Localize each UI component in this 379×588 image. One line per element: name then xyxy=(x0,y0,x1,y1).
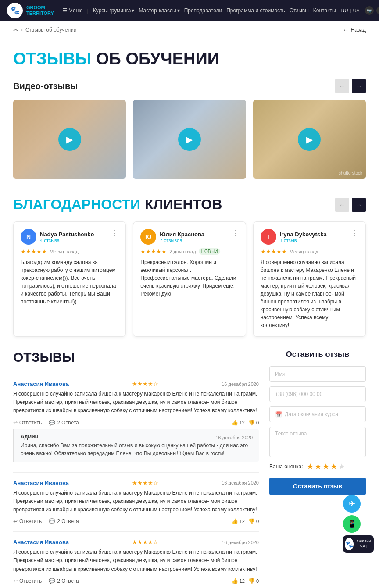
dislike-btn-0[interactable]: 👎 0 xyxy=(248,420,259,426)
review-textarea[interactable]: Текст отзыва xyxy=(269,427,366,457)
instagram-icon[interactable]: 📷 xyxy=(365,6,374,15)
dislike-btn-2[interactable]: 👎 0 xyxy=(248,578,259,584)
rating-row: Ваша оценка: ★ ★ ★ ★ ★ xyxy=(269,462,366,471)
phone-field[interactable]: +38 (096) 000 00 00 xyxy=(269,386,366,402)
thanks-next-button[interactable]: → xyxy=(352,198,366,212)
facebook-icon[interactable]: f xyxy=(376,6,379,15)
answers-btn-1[interactable]: 💬 2 Ответа xyxy=(49,518,79,524)
lang-ua[interactable]: UA xyxy=(353,8,359,13)
review-text-1: Прекрасный салон. Хороший и вежливый пер… xyxy=(140,258,238,298)
social-icons: 📷 f ✈ xyxy=(365,6,379,15)
thanks-nav-arrows: ← → xyxy=(335,198,366,212)
logo[interactable]: 🐾 GROOM TERRITORY xyxy=(7,3,54,18)
more-icon-2[interactable]: ⋮ xyxy=(351,229,358,237)
more-icon-0[interactable]: ⋮ xyxy=(111,229,118,237)
reviews-cards: N Nadya Pastushenko 4 отзыва ⋮ ★★★★★ Мес… xyxy=(13,221,366,337)
video-section-title: Видео-отзывы xyxy=(13,81,78,91)
breadcrumb: ✂ › Отзывы об обучении xyxy=(13,26,76,33)
rating-stars[interactable]: ★ ★ ★ ★ ★ xyxy=(307,462,345,471)
breadcrumb-current: Отзывы об обучении xyxy=(25,27,76,33)
nav-contacts[interactable]: Контакты xyxy=(313,7,336,14)
answers-btn-0[interactable]: 💬 2 Ответа xyxy=(49,420,79,426)
leave-review-form: Оставить отзыв Имя +38 (096) 000 00 00 📅… xyxy=(269,350,366,495)
page-title-section: ОТЗЫВЫ ОБ ОБУЧЕНИИ xyxy=(0,39,379,75)
calendar-icon: 📅 xyxy=(275,411,282,418)
reviewer-link-2[interactable]: Анастасия Иванова xyxy=(13,539,69,545)
breadcrumb-bar: ✂ › Отзывы об обучении ← Назад xyxy=(0,21,379,39)
star-1[interactable]: ★ xyxy=(307,462,314,471)
review-actions-0: ↩ Ответить 💬 2 Ответа 👍 12 👎 0 xyxy=(13,420,259,426)
item-date-1: 16 декабря 2020 xyxy=(222,480,259,485)
avatar-1: Ю xyxy=(140,229,156,245)
reply-btn-0[interactable]: ↩ Ответить xyxy=(13,420,42,426)
comment-icon-2: 💬 xyxy=(49,578,55,584)
reviews-main-title: ОТЗЫВЫ xyxy=(13,350,259,365)
date-field[interactable]: 📅 Дата окончания курса xyxy=(269,406,366,422)
name-field[interactable]: Имя xyxy=(269,366,366,382)
reviews-main-section: ОТЗЫВЫ Анастасия Иванова ★★★★☆ 16 декабр… xyxy=(0,350,379,588)
leave-review-title: Оставить отзыв xyxy=(269,350,366,359)
admin-name: Админ xyxy=(21,434,38,440)
reviewer-count-2: 1 отзыв xyxy=(280,238,327,243)
page-title: ОТЗЫВЫ ОБ ОБУЧЕНИИ xyxy=(13,50,366,68)
reply-btn-2[interactable]: ↩ Ответить xyxy=(13,578,42,584)
dislike-btn-1[interactable]: 👎 0 xyxy=(248,518,259,524)
more-icon-1[interactable]: ⋮ xyxy=(232,229,239,237)
star-4[interactable]: ★ xyxy=(330,462,337,471)
lang-ru[interactable]: RU xyxy=(341,8,348,13)
star-2[interactable]: ★ xyxy=(315,462,322,471)
back-button[interactable]: ← Назад xyxy=(343,26,366,33)
video-grid: ▶ ▶ ▶ shutterstock xyxy=(13,100,366,179)
video-prev-button[interactable]: ← xyxy=(335,79,349,93)
nav-grooming-courses[interactable]: Курсы груминга ▾ xyxy=(93,7,135,14)
reviewer-count-0: 4 отзыва xyxy=(40,238,94,243)
nav-program-price[interactable]: Программа и стоимость xyxy=(226,7,285,14)
reviewer-name-1: Юлия Краснова xyxy=(160,231,204,238)
like-btn-0[interactable]: 👍 12 xyxy=(232,420,245,426)
reviewer-link-1[interactable]: Анастасия Иванова xyxy=(13,480,69,486)
floating-buttons: ✈ 📱 🐾 Онлайн ЧАТ xyxy=(343,495,374,553)
like-btn-1[interactable]: 👍 12 xyxy=(232,518,245,524)
admin-reply-0: Админ 16 декабря 2020 Ирина, спасибо Вам… xyxy=(13,429,259,462)
reply-btn-1[interactable]: ↩ Ответить xyxy=(13,518,42,524)
star-3[interactable]: ★ xyxy=(322,462,329,471)
review-stars-1: ★★★★★ xyxy=(140,248,167,255)
item-text-0: Я совершенно случайно записала бишона к … xyxy=(13,390,259,415)
online-chat-button[interactable]: 🐾 Онлайн ЧАТ xyxy=(343,535,374,553)
play-button-1[interactable]: ▶ xyxy=(58,128,81,151)
play-button-3[interactable]: ▶ xyxy=(298,128,321,151)
reviewer-link-0[interactable]: Анастасия Иванова xyxy=(13,381,69,387)
header: 🐾 GROOM TERRITORY ☰ Меню | Курсы груминг… xyxy=(0,0,379,21)
language-switcher: RU | UA xyxy=(341,8,360,13)
whatsapp-float-button[interactable]: 📱 xyxy=(343,515,361,533)
submit-review-button[interactable]: Оставить отзыв xyxy=(269,478,366,495)
chat-avatar: 🐾 xyxy=(345,538,354,550)
reviewer-info-2: I Iryna Dykovytska 1 отзыв xyxy=(261,229,327,245)
item-text-1: Я совершенно случайно записала бишона к … xyxy=(13,489,259,514)
video-thumb-2[interactable]: ▶ xyxy=(133,100,246,179)
reply-icon: ↩ xyxy=(13,420,18,426)
nav-masterclasses[interactable]: Мастер-классы ▾ xyxy=(139,7,179,14)
video-thumb-1[interactable]: ▶ xyxy=(13,100,126,179)
nav-menu[interactable]: ☰ Меню xyxy=(63,7,82,14)
nav-teachers[interactable]: Преподаватели xyxy=(184,7,222,14)
nav-reviews[interactable]: Отзывы xyxy=(290,7,309,14)
like-btn-2[interactable]: 👍 12 xyxy=(232,578,245,584)
star-5[interactable]: ★ xyxy=(338,462,345,471)
telegram-float-button[interactable]: ✈ xyxy=(343,495,361,513)
item-date-0: 16 декабря 2020 xyxy=(222,381,259,387)
video-thumb-3[interactable]: ▶ shutterstock xyxy=(253,100,366,179)
back-arrow-icon: ← xyxy=(343,26,349,33)
reviews-list: ОТЗЫВЫ Анастасия Иванова ★★★★☆ 16 декабр… xyxy=(13,350,259,588)
video-nav-arrows: ← → xyxy=(335,79,366,93)
video-next-button[interactable]: → xyxy=(352,79,366,93)
answers-btn-2[interactable]: 💬 2 Ответа xyxy=(49,578,79,584)
scissors-icon: ✂ xyxy=(13,26,18,33)
avatar-0: N xyxy=(21,229,36,245)
thanks-prev-button[interactable]: ← xyxy=(335,198,349,212)
review-item-2: Анастасия Иванова ★★★★☆ 16 декабря 2020 … xyxy=(13,532,259,588)
play-button-2[interactable]: ▶ xyxy=(178,128,201,151)
reply-icon-1: ↩ xyxy=(13,518,18,524)
review-card-2: I Iryna Dykovytska 1 отзыв ⋮ ★★★★★ Месяц… xyxy=(253,221,366,337)
review-item-0: Анастасия Иванова ★★★★☆ 16 декабря 2020 … xyxy=(13,374,259,473)
